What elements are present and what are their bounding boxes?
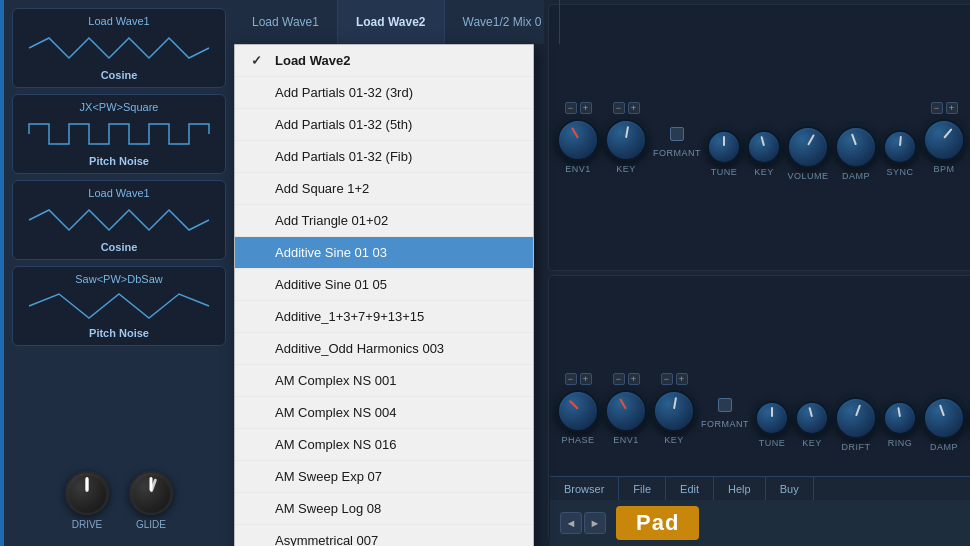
key1-minus-btn[interactable]: − [613, 102, 625, 114]
synth-top-row: − + ENV1 − + KEY [548, 4, 970, 271]
formant-square-2[interactable] [718, 398, 732, 412]
key1b-plus-btn[interactable]: + [676, 373, 688, 385]
tune-knob[interactable] [707, 130, 741, 164]
env1-bot-cell: − + ENV1 [605, 373, 647, 445]
glide-label: GLIDE [136, 519, 166, 530]
tab-wave1[interactable]: Load Wave1 [234, 0, 338, 44]
dropdown-item[interactable]: AM Sweep Log 08 [235, 493, 533, 525]
tab-bar: Load Wave1 Load Wave2 Wave1/2 Mix 0 [234, 0, 544, 44]
key1-top-cell: − + KEY [605, 102, 647, 174]
wave-slot-3-label: Load Wave1 [23, 187, 215, 199]
wave-slot-1-value: Cosine [23, 69, 215, 81]
nav-arrows: ◄ ► [560, 512, 606, 534]
env1-minus-btn[interactable]: − [565, 102, 577, 114]
nav-left-btn[interactable]: ◄ [560, 512, 582, 534]
browser-tab-help[interactable]: Help [714, 477, 766, 500]
volume-top-cell: VOLUME [787, 95, 829, 181]
key1-plus-btn[interactable]: + [628, 102, 640, 114]
wave-slot-4[interactable]: Saw<PW>DbSaw Pitch Noise [12, 266, 226, 346]
phase-plus-btn[interactable]: + [580, 373, 592, 385]
dropdown-item[interactable]: Additive_Odd Harmonics 003 [235, 333, 533, 365]
browser-tab-browser[interactable]: Browser [550, 477, 619, 500]
damp-top-cell: DAMP [835, 95, 877, 181]
tab-wave2[interactable]: Load Wave2 [338, 0, 445, 44]
wave-display-4 [23, 291, 215, 321]
env1b-minus-btn[interactable]: − [613, 373, 625, 385]
browser-tab-edit[interactable]: Edit [666, 477, 714, 500]
key2-knob[interactable] [747, 130, 781, 164]
sync-knob[interactable] [883, 130, 917, 164]
tune-top-cell: TUNE [707, 99, 741, 177]
wave-display-1 [23, 33, 215, 63]
tab-mix[interactable]: Wave1/2 Mix 0 [445, 0, 561, 44]
dropdown-item-label: Add Partials 01-32 (3rd) [275, 85, 413, 100]
bpm-minus-btn[interactable]: − [931, 102, 943, 114]
dropdown-item[interactable]: Additive_1+3+7+9+13+15 [235, 301, 533, 333]
dropdown-item[interactable]: Add Square 1+2 [235, 173, 533, 205]
wave-slot-3[interactable]: Load Wave1 Cosine [12, 180, 226, 260]
env1-knob[interactable] [557, 119, 599, 161]
dropdown-item[interactable]: Add Triangle 01+02 [235, 205, 533, 237]
tune-bot-knob[interactable] [755, 401, 789, 435]
dropdown-item-label: AM Complex NS 001 [275, 373, 396, 388]
ring-knob[interactable] [883, 401, 917, 435]
dropdown-item-label: Add Partials 01-32 (5th) [275, 117, 412, 132]
browser-tab-file[interactable]: File [619, 477, 666, 500]
bpm-top-cell: − + BPM [923, 102, 965, 174]
pad-display: Pad [616, 506, 699, 540]
dropdown-item-label: Additive_1+3+7+9+13+15 [275, 309, 424, 324]
dropdown-item-label: Asymmetrical 007 [275, 533, 378, 546]
sync-top-cell: SYNC [883, 99, 917, 177]
key1-bot-knob[interactable] [653, 390, 695, 432]
phase-cell: − + PHASE [557, 373, 599, 445]
key1-knob[interactable] [605, 119, 647, 161]
wave-slot-2-label: JX<PW>Square [23, 101, 215, 113]
formant-square-1[interactable] [670, 127, 684, 141]
dropdown-item-label: Additive Sine 01 03 [275, 245, 387, 260]
damp-knob[interactable] [835, 126, 877, 168]
checkmark-icon: ✓ [251, 53, 267, 68]
dropdown-item[interactable]: Additive Sine 01 05 [235, 269, 533, 301]
nav-right-btn[interactable]: ► [584, 512, 606, 534]
browser-tabs: BrowserFileEditHelpBuy [550, 477, 970, 500]
env1-plus-btn[interactable]: + [580, 102, 592, 114]
dropdown-item[interactable]: Add Partials 01-32 (3rd) [235, 77, 533, 109]
damp-bot-knob[interactable] [923, 397, 965, 439]
dropdown-item-label: Add Square 1+2 [275, 181, 369, 196]
wave-slot-1[interactable]: Load Wave1 Cosine [12, 8, 226, 88]
bpm-plus-btn[interactable]: + [946, 102, 958, 114]
dropdown-item[interactable]: AM Complex NS 016 [235, 429, 533, 461]
browser-content: ◄ ► Pad [550, 500, 970, 546]
damp-bot-cell: DAMP [923, 366, 965, 452]
wave-display-3 [23, 205, 215, 235]
glide-knob-container: GLIDE [129, 471, 173, 530]
dropdown-item[interactable]: AM Sweep Exp 07 [235, 461, 533, 493]
dropdown-item-label: AM Complex NS 004 [275, 405, 396, 420]
key2-bot-knob[interactable] [795, 401, 829, 435]
dropdown-item[interactable]: Add Partials 01-32 (5th) [235, 109, 533, 141]
dropdown-item[interactable]: Asymmetrical 007 [235, 525, 533, 546]
dropdown-item[interactable]: Additive Sine 01 03 [235, 237, 533, 269]
dropdown-item-label: AM Complex NS 016 [275, 437, 396, 452]
formant-bot-cell: FORMANT [701, 388, 749, 429]
key1b-minus-btn[interactable]: − [661, 373, 673, 385]
env1-top-cell: − + ENV1 [557, 102, 599, 174]
key1-bot-cell: − + KEY [653, 373, 695, 445]
phase-minus-btn[interactable]: − [565, 373, 577, 385]
dropdown-item[interactable]: Add Partials 01-32 (Fib) [235, 141, 533, 173]
volume-knob[interactable] [787, 126, 829, 168]
dropdown-item[interactable]: AM Complex NS 001 [235, 365, 533, 397]
env1b-plus-btn[interactable]: + [628, 373, 640, 385]
bpm-knob[interactable] [923, 119, 965, 161]
dropdown-item[interactable]: ✓Load Wave2 [235, 45, 533, 77]
dropdown-item[interactable]: AM Complex NS 004 [235, 397, 533, 429]
key2-bot-cell: KEY [795, 370, 829, 448]
drive-knob[interactable] [65, 471, 109, 515]
env1-bot-knob[interactable] [605, 390, 647, 432]
glide-knob[interactable] [129, 471, 173, 515]
phase-knob[interactable] [557, 390, 599, 432]
wave-slot-2[interactable]: JX<PW>Square Pitch Noise [12, 94, 226, 174]
drift-knob[interactable] [835, 397, 877, 439]
wave-slot-2-value: Pitch Noise [23, 155, 215, 167]
browser-tab-buy[interactable]: Buy [766, 477, 814, 500]
